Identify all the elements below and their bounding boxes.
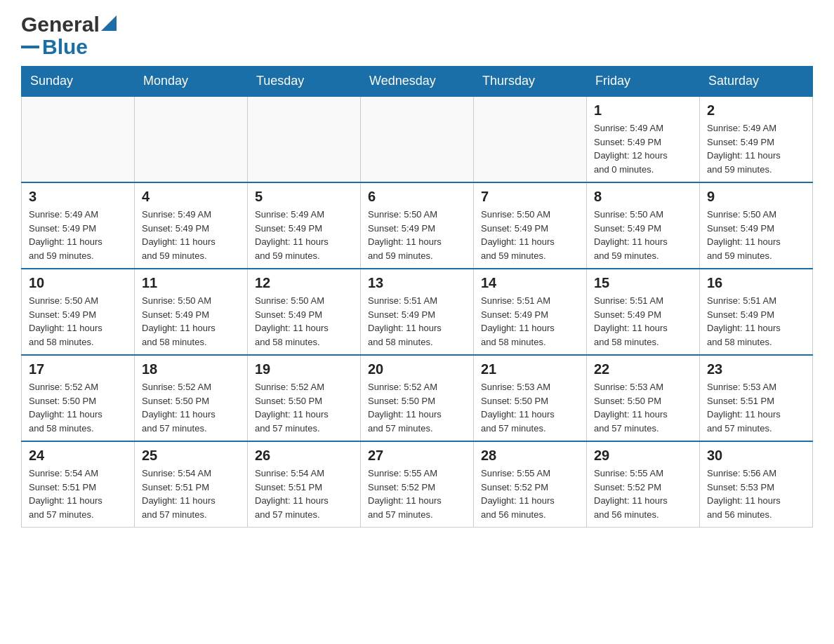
calendar-cell: 12Sunrise: 5:50 AM Sunset: 5:49 PM Dayli…: [248, 269, 361, 355]
day-info: Sunrise: 5:52 AM Sunset: 5:50 PM Dayligh…: [142, 380, 240, 435]
day-info: Sunrise: 5:52 AM Sunset: 5:50 PM Dayligh…: [255, 380, 353, 435]
day-number: 29: [594, 448, 692, 464]
day-info: Sunrise: 5:51 AM Sunset: 5:49 PM Dayligh…: [368, 294, 466, 349]
weekday-header-friday: Friday: [587, 67, 700, 97]
day-info: Sunrise: 5:49 AM Sunset: 5:49 PM Dayligh…: [255, 208, 353, 262]
calendar-cell: 6Sunrise: 5:50 AM Sunset: 5:49 PM Daylig…: [361, 182, 474, 269]
day-info: Sunrise: 5:54 AM Sunset: 5:51 PM Dayligh…: [142, 467, 240, 521]
day-number: 11: [142, 275, 240, 291]
calendar-cell: 5Sunrise: 5:49 AM Sunset: 5:49 PM Daylig…: [248, 182, 361, 269]
calendar-cell: 18Sunrise: 5:52 AM Sunset: 5:50 PM Dayli…: [135, 355, 248, 441]
day-info: Sunrise: 5:51 AM Sunset: 5:49 PM Dayligh…: [594, 294, 692, 349]
weekday-header-thursday: Thursday: [474, 67, 587, 97]
calendar-cell: 29Sunrise: 5:55 AM Sunset: 5:52 PM Dayli…: [587, 441, 700, 528]
day-number: 28: [481, 448, 579, 464]
day-info: Sunrise: 5:50 AM Sunset: 5:49 PM Dayligh…: [142, 294, 240, 349]
day-info: Sunrise: 5:54 AM Sunset: 5:51 PM Dayligh…: [29, 467, 127, 521]
day-number: 20: [368, 361, 466, 377]
calendar-week-row: 24Sunrise: 5:54 AM Sunset: 5:51 PM Dayli…: [22, 441, 813, 528]
day-info: Sunrise: 5:49 AM Sunset: 5:49 PM Dayligh…: [29, 208, 127, 262]
calendar-cell: 16Sunrise: 5:51 AM Sunset: 5:49 PM Dayli…: [700, 269, 813, 355]
weekday-header-sunday: Sunday: [22, 67, 135, 97]
calendar-cell: 30Sunrise: 5:56 AM Sunset: 5:53 PM Dayli…: [700, 441, 813, 528]
day-info: Sunrise: 5:53 AM Sunset: 5:50 PM Dayligh…: [594, 380, 692, 435]
weekday-header-wednesday: Wednesday: [361, 67, 474, 97]
day-info: Sunrise: 5:50 AM Sunset: 5:49 PM Dayligh…: [707, 208, 805, 262]
day-info: Sunrise: 5:55 AM Sunset: 5:52 PM Dayligh…: [368, 467, 466, 521]
day-info: Sunrise: 5:54 AM Sunset: 5:51 PM Dayligh…: [255, 467, 353, 521]
day-info: Sunrise: 5:49 AM Sunset: 5:49 PM Dayligh…: [142, 208, 240, 262]
day-info: Sunrise: 5:50 AM Sunset: 5:49 PM Dayligh…: [255, 294, 353, 349]
day-info: Sunrise: 5:52 AM Sunset: 5:50 PM Dayligh…: [368, 380, 466, 435]
day-number: 16: [707, 275, 805, 291]
calendar-cell: 13Sunrise: 5:51 AM Sunset: 5:49 PM Dayli…: [361, 269, 474, 355]
day-number: 7: [481, 189, 579, 205]
calendar-table: SundayMondayTuesdayWednesdayThursdayFrid…: [21, 66, 813, 528]
calendar-cell: 11Sunrise: 5:50 AM Sunset: 5:49 PM Dayli…: [135, 269, 248, 355]
day-info: Sunrise: 5:50 AM Sunset: 5:49 PM Dayligh…: [481, 208, 579, 262]
calendar-cell: [248, 96, 361, 182]
day-number: 15: [594, 275, 692, 291]
calendar-cell: 22Sunrise: 5:53 AM Sunset: 5:50 PM Dayli…: [587, 355, 700, 441]
day-number: 2: [707, 102, 805, 119]
weekday-header-tuesday: Tuesday: [248, 67, 361, 97]
calendar-cell: [474, 96, 587, 182]
day-info: Sunrise: 5:50 AM Sunset: 5:49 PM Dayligh…: [594, 208, 692, 262]
day-number: 12: [255, 275, 353, 291]
calendar-cell: 15Sunrise: 5:51 AM Sunset: 5:49 PM Dayli…: [587, 269, 700, 355]
calendar-cell: 4Sunrise: 5:49 AM Sunset: 5:49 PM Daylig…: [135, 182, 248, 269]
calendar-cell: [361, 96, 474, 182]
day-number: 22: [594, 361, 692, 377]
calendar-cell: 8Sunrise: 5:50 AM Sunset: 5:49 PM Daylig…: [587, 182, 700, 269]
day-number: 9: [707, 189, 805, 205]
calendar-cell: 26Sunrise: 5:54 AM Sunset: 5:51 PM Dayli…: [248, 441, 361, 528]
calendar-cell: 24Sunrise: 5:54 AM Sunset: 5:51 PM Dayli…: [22, 441, 135, 528]
svg-marker-0: [101, 15, 117, 31]
day-number: 26: [255, 448, 353, 464]
calendar-cell: 14Sunrise: 5:51 AM Sunset: 5:49 PM Dayli…: [474, 269, 587, 355]
calendar-cell: 17Sunrise: 5:52 AM Sunset: 5:50 PM Dayli…: [22, 355, 135, 441]
day-info: Sunrise: 5:50 AM Sunset: 5:49 PM Dayligh…: [29, 294, 127, 349]
day-info: Sunrise: 5:56 AM Sunset: 5:53 PM Dayligh…: [707, 467, 805, 521]
day-number: 23: [707, 361, 805, 377]
day-number: 4: [142, 189, 240, 205]
weekday-header-monday: Monday: [135, 67, 248, 97]
day-info: Sunrise: 5:55 AM Sunset: 5:52 PM Dayligh…: [594, 467, 692, 521]
day-info: Sunrise: 5:52 AM Sunset: 5:50 PM Dayligh…: [29, 380, 127, 435]
calendar-cell: [135, 96, 248, 182]
day-number: 5: [255, 189, 353, 205]
day-number: 8: [594, 189, 692, 205]
calendar-week-row: 1Sunrise: 5:49 AM Sunset: 5:49 PM Daylig…: [22, 96, 813, 182]
logo: General Blue: [21, 14, 117, 59]
calendar-cell: 7Sunrise: 5:50 AM Sunset: 5:49 PM Daylig…: [474, 182, 587, 269]
weekday-header-saturday: Saturday: [700, 67, 813, 97]
page-header: General Blue: [21, 14, 813, 59]
day-number: 3: [29, 189, 127, 205]
calendar-week-row: 10Sunrise: 5:50 AM Sunset: 5:49 PM Dayli…: [22, 269, 813, 355]
calendar-cell: 23Sunrise: 5:53 AM Sunset: 5:51 PM Dayli…: [700, 355, 813, 441]
day-number: 1: [594, 102, 692, 119]
calendar-cell: 25Sunrise: 5:54 AM Sunset: 5:51 PM Dayli…: [135, 441, 248, 528]
day-number: 18: [142, 361, 240, 377]
calendar-cell: 19Sunrise: 5:52 AM Sunset: 5:50 PM Dayli…: [248, 355, 361, 441]
day-info: Sunrise: 5:50 AM Sunset: 5:49 PM Dayligh…: [368, 208, 466, 262]
day-number: 24: [29, 448, 127, 464]
day-info: Sunrise: 5:55 AM Sunset: 5:52 PM Dayligh…: [481, 467, 579, 521]
calendar-cell: 21Sunrise: 5:53 AM Sunset: 5:50 PM Dayli…: [474, 355, 587, 441]
calendar-cell: 1Sunrise: 5:49 AM Sunset: 5:49 PM Daylig…: [587, 96, 700, 182]
calendar-week-row: 17Sunrise: 5:52 AM Sunset: 5:50 PM Dayli…: [22, 355, 813, 441]
day-number: 19: [255, 361, 353, 377]
day-number: 30: [707, 448, 805, 464]
calendar-cell: 20Sunrise: 5:52 AM Sunset: 5:50 PM Dayli…: [361, 355, 474, 441]
day-info: Sunrise: 5:53 AM Sunset: 5:50 PM Dayligh…: [481, 380, 579, 435]
weekday-header-row: SundayMondayTuesdayWednesdayThursdayFrid…: [22, 67, 813, 97]
day-number: 13: [368, 275, 466, 291]
calendar-cell: 10Sunrise: 5:50 AM Sunset: 5:49 PM Dayli…: [22, 269, 135, 355]
day-number: 25: [142, 448, 240, 464]
day-number: 10: [29, 275, 127, 291]
day-info: Sunrise: 5:51 AM Sunset: 5:49 PM Dayligh…: [481, 294, 579, 349]
logo-general: General: [21, 14, 100, 35]
day-number: 14: [481, 275, 579, 291]
calendar-cell: 27Sunrise: 5:55 AM Sunset: 5:52 PM Dayli…: [361, 441, 474, 528]
day-info: Sunrise: 5:51 AM Sunset: 5:49 PM Dayligh…: [707, 294, 805, 349]
